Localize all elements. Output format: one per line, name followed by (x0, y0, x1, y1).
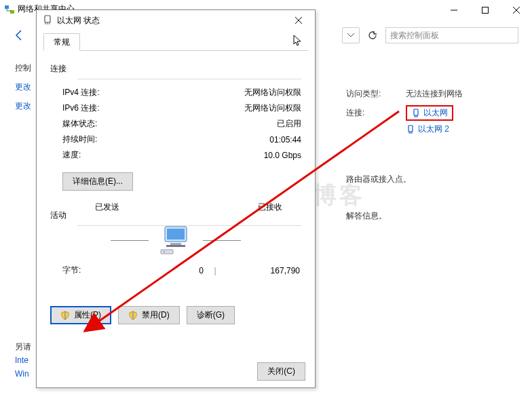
svg-rect-2 (482, 7, 489, 14)
sidebar-item[interactable]: Win (15, 367, 31, 381)
svg-rect-9 (166, 245, 185, 247)
properties-button[interactable]: 属性(P) (50, 306, 111, 324)
search-placeholder: 搜索控制面板 (390, 30, 439, 41)
dialog-close-button[interactable] (285, 11, 312, 30)
ethernet-link-1[interactable]: 以太网 (406, 105, 453, 121)
view-dropdown[interactable] (342, 27, 360, 43)
shield-icon (60, 311, 70, 320)
tab-bar: 常规 (43, 33, 308, 51)
dialog-title: 以太网 状态 (57, 15, 285, 26)
ethernet-link-2[interactable]: 以太网 2 (406, 123, 449, 135)
recv-label: 已接收 (258, 202, 282, 213)
dialog-titlebar: 以太网 状态 (37, 10, 315, 31)
search-input[interactable]: 搜索控制面板 (385, 27, 518, 43)
ipv6-label: IPv6 连接: (62, 102, 100, 114)
ipv4-value: 无网络访问权限 (244, 87, 301, 98)
refresh-button[interactable] (364, 27, 381, 43)
disable-button[interactable]: 禁用(D) (118, 306, 180, 324)
access-type-value: 无法连接到网络 (406, 88, 463, 100)
speed-label: 速度: (62, 149, 81, 161)
duration-value: 01:05:44 (269, 135, 301, 145)
ipv6-value: 无网络访问权限 (244, 102, 301, 114)
connection-group-title: 连接 (50, 63, 301, 75)
connection-label: 连接: (346, 107, 394, 119)
diagnose-button-label: 诊断(G) (197, 309, 225, 321)
svg-rect-5 (45, 16, 50, 22)
ethernet-link-text: 以太网 2 (418, 123, 449, 135)
bytes-label: 字节: (62, 265, 130, 276)
ethernet-icon (406, 125, 415, 134)
shield-icon (128, 311, 138, 320)
speed-value: 10.0 Gbps (264, 151, 301, 160)
svg-rect-3 (414, 109, 418, 115)
bytes-sent-value: 0 (130, 266, 204, 275)
network-center-icon (4, 4, 15, 15)
svg-rect-4 (408, 126, 413, 132)
svg-point-11 (164, 251, 165, 252)
bg-text-fragment: 路由器或接入点。 (346, 174, 411, 185)
access-type-label: 访问类型: (346, 88, 394, 100)
svg-rect-0 (5, 5, 9, 9)
media-label: 媒体状态: (62, 118, 97, 130)
minimize-button[interactable] (438, 0, 470, 20)
diagnose-button[interactable]: 诊断(G) (187, 306, 235, 324)
ethernet-icon (42, 15, 53, 26)
sent-label: 已发送 (95, 202, 119, 213)
properties-button-label: 属性(P) (74, 309, 101, 321)
ethernet-link-text: 以太网 (423, 107, 448, 119)
ethernet-icon (411, 109, 421, 118)
svg-rect-10 (161, 250, 173, 254)
maximize-button[interactable] (470, 0, 501, 20)
bg-text-fragment: 解答信息。 (346, 210, 387, 222)
back-arrow-icon[interactable] (12, 28, 26, 44)
media-value: 已启用 (277, 118, 301, 130)
sidebar-item[interactable]: Inte (15, 354, 31, 367)
ipv4-label: IPv4 连接: (62, 87, 100, 98)
svg-rect-8 (170, 243, 181, 245)
duration-label: 持续时间: (62, 134, 97, 145)
status-area: 访问类型: 无法连接到网络 连接: 以太网 以太网 2 (346, 88, 516, 140)
activity-visual (50, 225, 301, 255)
computer-network-icon (158, 225, 193, 255)
svg-rect-7 (167, 229, 185, 240)
ethernet-status-dialog: 以太网 状态 常规 连接 IPv4 连接:无网络访问权限 IPv6 连接:无网络… (36, 9, 316, 388)
disable-button-label: 禁用(D) (142, 309, 170, 321)
close-button[interactable] (501, 0, 532, 20)
details-button[interactable]: 详细信息(E)... (62, 172, 133, 191)
window-controls (438, 0, 532, 20)
close-dialog-button[interactable]: 关闭(C) (257, 362, 305, 381)
tab-general[interactable]: 常规 (43, 33, 80, 51)
sidebar-bottom: 另请 Inte Win (15, 340, 31, 381)
sidebar-item: 另请 (15, 340, 31, 354)
bytes-recv-value: 167,790 (227, 266, 300, 275)
